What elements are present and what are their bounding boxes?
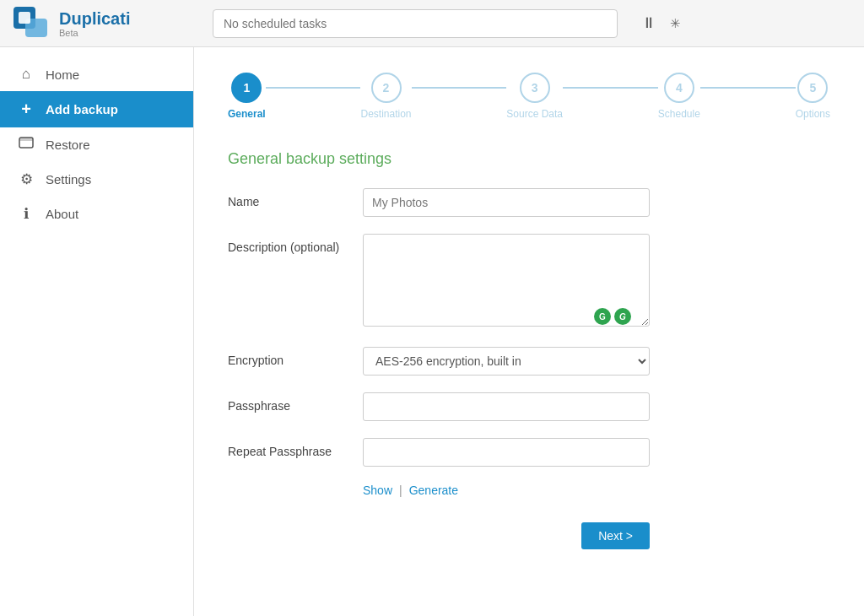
logo-icon [14, 7, 51, 41]
step-3-circle[interactable]: 3 [520, 73, 550, 103]
step-4-circle[interactable]: 4 [664, 73, 694, 103]
sidebar-item-restore[interactable]: Restore [0, 127, 193, 162]
sidebar-item-add-backup[interactable]: + Add backup [0, 91, 193, 127]
step-2-label: Destination [360, 108, 411, 120]
step-line-2 [412, 87, 507, 89]
step-5-circle[interactable]: 5 [797, 73, 828, 103]
name-label: Name [228, 188, 363, 208]
add-icon: + [17, 100, 35, 119]
next-button[interactable]: Next > [581, 522, 650, 549]
main-layout: ⌂ Home + Add backup Restore ⚙ Settings ℹ… [0, 47, 864, 616]
wizard-steps: 1 General 2 Destination 3 Source Data [228, 73, 830, 120]
sidebar-item-home-label: Home [46, 68, 79, 82]
sidebar-item-home[interactable]: ⌂ Home [0, 57, 193, 91]
step-3-label: Source Data [506, 108, 563, 120]
section-title: General backup settings [228, 150, 830, 168]
name-input[interactable] [363, 188, 650, 217]
step-3: 3 Source Data [506, 73, 563, 120]
sidebar-item-restore-label: Restore [46, 138, 90, 152]
search-input[interactable] [213, 9, 618, 38]
encryption-select[interactable]: AES-256 encryption, built in No encrypti… [363, 347, 650, 376]
generate-button[interactable]: Generate [409, 484, 458, 497]
sidebar-item-settings-label: Settings [46, 172, 91, 186]
textarea-wrapper: G G [363, 234, 650, 330]
description-label: Description (optional) [228, 234, 363, 254]
step-line-1 [266, 87, 361, 89]
show-button[interactable]: Show [363, 484, 392, 497]
logo-area: Duplicati Beta [14, 7, 199, 41]
pause-button[interactable]: ⏸ [638, 11, 660, 35]
spinner-icon[interactable]: ✳ [667, 13, 684, 35]
main-content: 1 General 2 Destination 3 Source Data [194, 47, 864, 616]
sidebar-item-add-backup-label: Add backup [46, 102, 118, 116]
repeat-passphrase-input[interactable] [363, 438, 650, 467]
form-footer: Next > [228, 522, 650, 549]
actions-separator: | [399, 484, 402, 497]
step-line-4 [700, 87, 796, 89]
sidebar-item-settings[interactable]: ⚙ Settings [0, 162, 193, 197]
grammarly-icon-1: G [594, 308, 611, 325]
repeat-passphrase-group: Repeat Passphrase [228, 438, 830, 467]
home-icon: ⌂ [17, 66, 35, 83]
step-1: 1 General [228, 73, 266, 120]
restore-icon [17, 136, 35, 154]
encryption-group: Encryption AES-256 encryption, built in … [228, 347, 830, 376]
passphrase-label: Passphrase [228, 392, 363, 413]
name-group: Name [228, 188, 830, 217]
svg-rect-2 [19, 12, 30, 24]
sidebar: ⌂ Home + Add backup Restore ⚙ Settings ℹ… [0, 47, 194, 616]
header-actions: ⏸ ✳ [638, 11, 684, 35]
step-4: 4 Schedule [658, 73, 700, 120]
sidebar-item-about-label: About [46, 207, 78, 221]
step-line-3 [563, 87, 658, 89]
step-4-label: Schedule [658, 108, 700, 120]
grammarly-icon-2: G [614, 308, 631, 325]
info-icon: ℹ [17, 205, 35, 223]
sidebar-item-about[interactable]: ℹ About [0, 197, 193, 231]
step-2: 2 Destination [360, 73, 411, 120]
step-1-label: General [228, 108, 266, 120]
step-5-label: Options [796, 108, 830, 120]
svg-rect-4 [19, 138, 33, 141]
app-beta-label: Beta [59, 28, 130, 38]
passphrase-group: Passphrase [228, 392, 830, 421]
settings-icon: ⚙ [17, 170, 35, 188]
passphrase-input[interactable] [363, 392, 650, 421]
textarea-icons: G G [594, 308, 631, 325]
step-5: 5 Options [796, 73, 830, 120]
passphrase-actions: Show | Generate [363, 484, 830, 497]
repeat-passphrase-label: Repeat Passphrase [228, 438, 363, 458]
step-2-circle[interactable]: 2 [371, 73, 402, 103]
encryption-label: Encryption [228, 347, 363, 367]
app-title: Duplicati [59, 9, 130, 28]
description-group: Description (optional) G G [228, 234, 830, 330]
header: Duplicati Beta ⏸ ✳ [0, 0, 864, 47]
step-1-circle[interactable]: 1 [231, 73, 262, 103]
